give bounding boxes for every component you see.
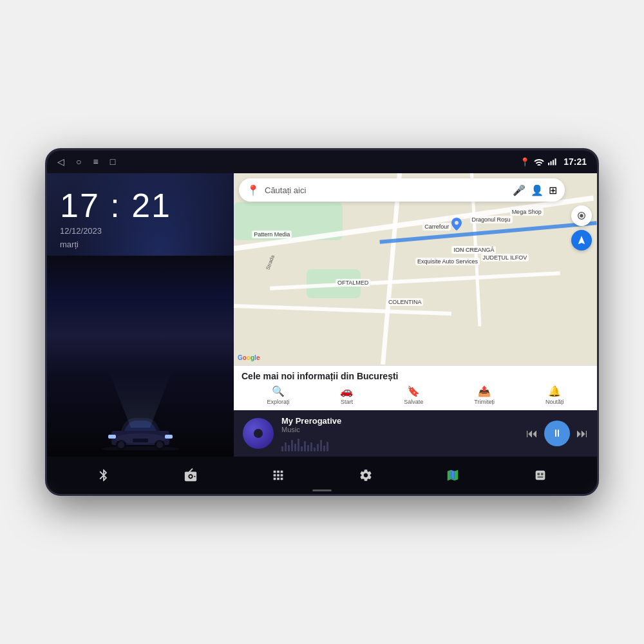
status-bar: ◁ ○ ≡ □ 📍 17:21 [47,150,597,173]
main-content: 17 : 21 12/12/2023 marți [47,173,597,457]
map-search-text: Căutați aici [265,185,507,195]
grid-icon[interactable]: ⊞ [549,184,557,196]
poi-carrefour: Carrefour [422,223,451,231]
status-bar-right: 📍 17:21 [520,156,587,167]
map-nav-icons: 🔍 Explorați 🚗 Start 🔖 Salvate 📤 Trimiteț… [242,385,589,405]
svg-rect-17 [538,473,540,475]
svg-rect-1 [551,161,552,165]
clock-day: marți [60,240,221,249]
svg-rect-13 [133,439,148,442]
svg-rect-6 [108,435,116,439]
clock-time: 17 : 21 [60,189,221,222]
dock-apps[interactable] [265,462,291,488]
nav-item-noutati[interactable]: 🔔 Noutăți [545,385,564,405]
svg-rect-19 [538,477,544,478]
location-icon: 📍 [520,157,530,167]
play-pause-button[interactable]: ⏸ [544,421,570,446]
music-waveform [281,436,518,451]
map-layers-button[interactable] [571,205,592,226]
svg-point-11 [156,442,163,448]
map-road-v1 [381,173,402,365]
map-search-icons: 🎤 👤 ⊞ [513,184,557,196]
google-logo: Google [238,354,260,361]
send-icon: 📤 [478,385,491,397]
svg-rect-7 [165,435,173,439]
status-icons: 📍 [520,157,557,167]
svg-point-4 [102,446,179,450]
carrefour-pin [451,218,462,233]
car-section [47,256,234,457]
radio-icon [184,468,198,482]
nav-item-trimiteti[interactable]: 📤 Trimiteți [474,385,495,405]
svg-point-9 [118,442,124,448]
dock-maps[interactable] [440,462,466,488]
dock-settings[interactable] [353,462,379,488]
poi-pattern-media: Pattern Media [252,231,292,238]
nav-item-salvate[interactable]: 🔖 Salvate [404,385,423,405]
album-art [243,418,274,449]
left-panel: 17 : 21 12/12/2023 marți [47,173,234,457]
map-navigate-button[interactable] [571,230,592,251]
dock-bluetooth[interactable] [91,462,117,488]
saved-label: Salvate [404,399,423,405]
svg-rect-16 [536,471,545,480]
dock-assistant[interactable] [527,462,553,488]
right-panel: Pattern Media Carrefour Dragonul Roșu Me… [234,173,597,457]
wifi-icon [534,158,544,166]
music-title: My Prerogative [281,416,518,426]
car-scene [47,256,234,457]
strada-label: Strada [265,254,276,270]
poi-oftalmed: OFTALMED [336,279,370,287]
map-controls [571,205,592,251]
music-source: Music [281,426,518,433]
poi-judetul-ilfov: JUDEȚUL ILFOV [481,254,529,261]
start-icon: 🚗 [340,385,353,397]
settings-icon [359,468,373,482]
voice-search-icon[interactable]: 🎤 [513,184,526,196]
news-label: Noutăți [545,399,564,405]
next-button[interactable]: ⏭ [576,427,588,440]
bluetooth-icon [97,468,111,482]
map-search-bar[interactable]: 📍 Căutați aici 🎤 👤 ⊞ [239,178,565,202]
clock-date: 12/12/2023 [60,226,221,236]
poi-mega-shop: Mega Shop [510,208,544,216]
svg-rect-3 [555,158,556,166]
poi-exquisite: Exquisite Auto Services [415,258,480,265]
map-section[interactable]: Pattern Media Carrefour Dragonul Roșu Me… [234,173,597,365]
music-info: My Prerogative Music [281,416,518,451]
svg-rect-2 [553,160,554,165]
nav-buttons: ◁ ○ ≡ □ [57,156,115,167]
svg-rect-18 [541,473,544,475]
apps-icon [271,468,285,482]
svg-rect-0 [548,162,549,165]
maps-pin-icon: 📍 [247,184,260,196]
album-art-center [254,429,263,438]
music-player: My Prerogative Music [234,410,597,457]
poi-dragonul-rosu: Dragonul Roșu [470,216,513,223]
nav-item-start[interactable]: 🚗 Start [340,385,353,405]
send-label: Trimiteți [474,399,495,405]
clock-section: 17 : 21 12/12/2023 marți [47,173,234,256]
music-controls: ⏮ ⏸ ⏭ [526,421,588,446]
poi-colentina: COLENTINA [386,298,424,306]
start-label: Start [341,399,353,405]
prev-button[interactable]: ⏮ [526,427,538,440]
svg-point-14 [580,214,583,217]
explore-icon: 🔍 [272,385,285,397]
map-background: Pattern Media Carrefour Dragonul Roșu Me… [234,173,597,365]
menu-button[interactable]: ≡ [93,156,98,167]
dock-radio[interactable] [178,462,204,488]
nav-item-explorati[interactable]: 🔍 Explorați [267,385,289,405]
back-button[interactable]: ◁ [57,156,64,167]
poi-ion-creanga: ION CREANGĂ [451,246,496,254]
maps-icon [446,468,460,482]
signal-icon [548,158,557,166]
home-button[interactable]: ○ [76,156,81,167]
account-icon[interactable]: 👤 [531,184,544,196]
explore-label: Explorați [267,399,289,405]
recent-button[interactable]: □ [110,156,115,167]
home-indicator[interactable] [312,489,332,491]
status-time: 17:21 [564,156,587,167]
bottom-dock [47,457,597,494]
device-shell: ◁ ○ ≡ □ 📍 17:21 [45,148,599,496]
